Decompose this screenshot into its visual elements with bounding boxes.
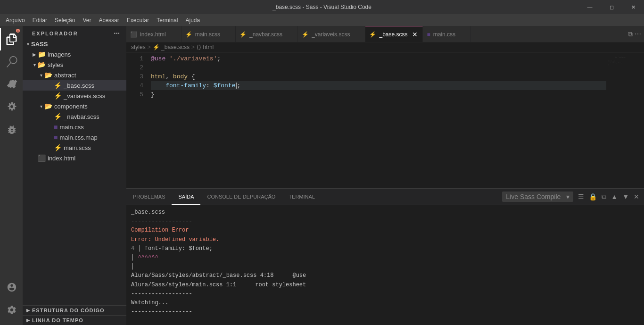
tab-main-scss[interactable]: ⚡ main.scss ✕ [182, 26, 236, 42]
titlebar: _base.scss - Sass - Visual Studio Code —… [0, 0, 644, 14]
code-content[interactable]: @use './variaveis'; html, body { font-fa… [147, 52, 606, 188]
tree-item-sass[interactable]: ▾ SASS [23, 39, 126, 49]
activity-bottom-group: 1 [0, 276, 23, 325]
tree-item-imagens[interactable]: ▶ 📁 imagens [23, 49, 126, 59]
panel-filter-icon[interactable]: ☰ [576, 192, 586, 201]
tree-item-styles[interactable]: ▾ 📂 styles [23, 59, 126, 70]
tab-icon-base-scss: ⚡ [369, 31, 376, 38]
panel-open-editor-icon[interactable]: ⧉ [600, 192, 608, 202]
file-tree: ▾ SASS ▶ 📁 imagens ▾ 📂 styles ▾ 📂 abstra… [23, 39, 126, 305]
activity-search[interactable] [0, 50, 23, 73]
dropdown-chevron-icon: ▾ [564, 192, 571, 201]
panel-tab-console[interactable]: CONSOLE DE DEPURAÇÃO [200, 189, 282, 205]
tab-name-variaveis-scss: _variaveis.scss [312, 31, 350, 38]
panel-actions: Live Sass Compile ▾ ☰ 🔒 ⧉ ▲ ▼ ✕ [499, 192, 644, 202]
panel-sep3: ------------------ [131, 308, 639, 317]
minimize-button[interactable]: — [579, 0, 601, 14]
more-tabs-icon[interactable]: ⋯ [635, 30, 641, 38]
panel-lock-icon[interactable]: 🔒 [587, 192, 599, 201]
tab-name-navbar-scss: _navbar.scss [249, 31, 282, 38]
linha-tempo-header[interactable]: ▶ LINHA DO TEMPO [23, 316, 126, 325]
tree-item-base-scss[interactable]: ⚡ _base.scss [23, 80, 126, 91]
tab-variaveis-scss[interactable]: ⚡ _variaveis.scss ✕ [298, 26, 365, 42]
panel-tab-saida[interactable]: SAÍDA [172, 189, 200, 205]
maximize-button[interactable]: ◻ [601, 0, 622, 14]
menu-selecao[interactable]: Seleção [51, 16, 79, 25]
tree-arrow-abstract: ▾ [38, 73, 44, 78]
tree-item-main-css[interactable]: ■ main.css [23, 122, 126, 132]
code-line-5: } [151, 90, 606, 99]
panel-tab-problems[interactable]: PROBLEMAS [126, 189, 172, 205]
tree-item-main-scss[interactable]: ⚡ main.scss [23, 142, 126, 153]
breadcrumb-html[interactable]: ⟨⟩ html [197, 44, 214, 50]
menu-acessar[interactable]: Acessar [95, 16, 123, 25]
tree-arrow-components: ▾ [38, 104, 44, 109]
tab-icon-variaveis-scss: ⚡ [302, 31, 309, 38]
tree-label-styles: styles [48, 61, 63, 68]
sidebar-more-icon[interactable]: ⋯ [114, 30, 121, 37]
activity-accounts[interactable] [0, 276, 23, 299]
panel-compilation-error: Compilation Error [131, 226, 639, 235]
tree-item-variaveis-scss[interactable]: ⚡ _variaveis.scss [23, 91, 126, 101]
tree-arrow-imagens: ▶ [31, 52, 38, 57]
tab-bar-actions: ⧉ ⋯ [625, 26, 644, 42]
code-line-1: @use './variaveis'; [151, 54, 606, 63]
tab-base-scss[interactable]: ⚡ _base.scss ✕ [365, 26, 423, 42]
tab-close-base-scss[interactable]: ✕ [411, 31, 419, 38]
tree-label-components: components [54, 103, 88, 110]
breadcrumb-base-scss[interactable]: ⚡ _base.scss [153, 44, 190, 50]
output-source-dropdown[interactable]: Live Sass Compile ▾ [502, 192, 573, 202]
menu-ver[interactable]: Ver [79, 16, 95, 25]
minimap-content: @use './variaveis'; html, body { font-fa… [606, 54, 644, 67]
tab-icon-main-scss: ⚡ [185, 31, 192, 38]
tab-icon-main-css: ■ [427, 31, 430, 38]
tree-item-components[interactable]: ▾ 📂 components [23, 101, 126, 111]
tab-main-css[interactable]: ■ main.css ✕ [423, 26, 471, 42]
activity-git[interactable] [0, 73, 23, 96]
tree-label-variaveis-scss: _variaveis.scss [64, 92, 105, 100]
tab-index-html[interactable]: ⬛ index.html ✕ [126, 26, 182, 42]
tab-navbar-scss[interactable]: ⚡ _navbar.scss ✕ [236, 26, 298, 42]
menu-terminal[interactable]: Terminal [153, 16, 182, 25]
html-icon: ⬛ [38, 154, 46, 162]
sidebar-header: EXPLORADOR ⋯ [23, 26, 126, 39]
css-icon: ■ [54, 123, 58, 131]
code-editor[interactable]: 1 2 3 4 5 @use './variaveis'; html, body… [126, 52, 644, 188]
estrutura-header[interactable]: ▶ ESTRUTURA DO CÓDIGO [23, 306, 126, 315]
menu-ajuda[interactable]: Ajuda [182, 16, 204, 25]
panel-error-line: Error: Undefined variable. [131, 235, 639, 244]
line-numbers: 1 2 3 4 5 [126, 52, 147, 188]
folder-open-icon-2: 📂 [44, 71, 52, 79]
output-source-label: Live Sass Compile [504, 192, 562, 201]
panel-scroll-down-icon[interactable]: ▼ [620, 192, 631, 201]
menu-arquivo[interactable]: Arquivo [2, 16, 29, 25]
linha-tempo-section: ▶ LINHA DO TEMPO [23, 315, 126, 325]
tree-label-base-scss: _base.scss [64, 82, 94, 89]
panel-scroll-up-icon[interactable]: ▲ [609, 192, 619, 201]
menu-executar[interactable]: Executar [123, 16, 153, 25]
tree-item-navbar-scss[interactable]: ⚡ _navbar.scss [23, 111, 126, 122]
activity-settings[interactable]: 1 [0, 299, 23, 321]
panel-close-icon[interactable]: ✕ [632, 192, 641, 201]
panel-content: _base.scss ------------------ Compilatio… [126, 205, 644, 325]
panel-tab-terminal[interactable]: TERMINAL [282, 189, 322, 205]
tab-name-main-scss: main.scss [195, 31, 220, 38]
estrutura-arrow: ▶ [26, 308, 30, 313]
panel-path2-right: root stylesheet [255, 281, 306, 290]
menu-editar[interactable]: Editar [29, 16, 51, 25]
estrutura-label: ESTRUTURA DO CÓDIGO [32, 308, 105, 313]
split-editor-icon[interactable]: ⧉ [628, 30, 633, 38]
activity-debug[interactable] [0, 96, 23, 118]
titlebar-controls: — ◻ ✕ [579, 0, 644, 14]
tree-item-main-css-map[interactable]: ■ main.css.map [23, 132, 126, 142]
close-button[interactable]: ✕ [622, 0, 644, 14]
activity-extensions[interactable] [0, 118, 23, 141]
panel-path2-left: Alura/Sass/styles/main.scss 1:1 [131, 281, 236, 290]
scss-icon: ⚡ [54, 82, 62, 89]
editor-area: ⬛ index.html ✕ ⚡ main.scss ✕ ⚡ _navbar.s… [126, 26, 644, 325]
activity-bar: 1 [0, 26, 23, 325]
tree-item-index-html[interactable]: ⬛ index.html [23, 153, 126, 163]
breadcrumb-styles[interactable]: styles [131, 44, 146, 50]
panel-watching: Watching... [131, 299, 639, 308]
tree-item-abstract[interactable]: ▾ 📂 abstract [23, 70, 126, 80]
